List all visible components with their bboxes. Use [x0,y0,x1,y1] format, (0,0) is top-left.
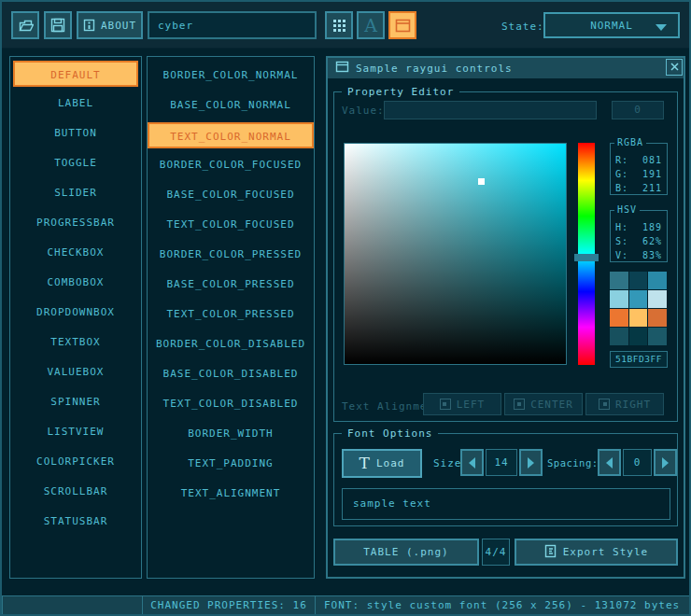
hue-slider-handle[interactable] [574,254,599,261]
export-style-label: Export Style [563,546,648,558]
property-value-input[interactable] [384,101,597,119]
style-color-swatch [610,309,628,327]
g-value: 191 [642,167,662,181]
window-title: Sample raygui controls [356,63,513,75]
window-titlebar[interactable]: Sample raygui controls [328,58,684,78]
save-style-button[interactable] [44,11,72,39]
size-value[interactable]: 14 [486,449,517,476]
list-item-valuebox[interactable]: VALUEBOX [11,359,140,385]
h-label: H: [615,220,628,234]
list-item-slider[interactable]: SLIDER [11,180,140,206]
prop-border-color-normal[interactable]: BORDER_COLOR_NORMAL [148,63,313,89]
s-label: S: [615,234,628,248]
font-options-group: Font Options T Load Size: 14 Spacing: 0 … [333,433,678,526]
list-item-spinner[interactable]: SPINNER [11,389,140,415]
toolbar: ABOUT A State: NORMAL [2,2,689,49]
list-item-default[interactable]: DEFAULT [13,61,138,87]
list-item-progressbar[interactable]: PROGRESSBAR [11,210,140,236]
spacing-decrease-button[interactable] [598,449,621,476]
s-value: 62% [642,234,662,248]
align-right-button[interactable]: RIGHT [585,393,664,415]
export-table-button[interactable]: TABLE (.png) [333,539,479,566]
list-item-textbox[interactable]: TEXTBOX [11,329,140,356]
window-titlebar-icon [335,61,349,76]
list-item-listview[interactable]: LISTVIEW [11,419,140,445]
open-style-button[interactable] [11,11,39,39]
align-left-button[interactable]: LEFT [423,393,501,415]
state-dropdown[interactable]: NORMAL [543,12,680,38]
list-item-dropdownbox[interactable]: DROPDOWNBOX [11,300,140,326]
page-indicator[interactable]: 4/4 [482,539,510,566]
prop-text-color-focused[interactable]: TEXT_COLOR_FOCUSED [148,212,313,238]
chevron-down-icon [656,24,667,31]
hex-color-value[interactable]: 51BFD3FF [610,351,668,368]
size-increase-button[interactable] [519,449,543,476]
prop-border-color-disabled[interactable]: BORDER_COLOR_DISABLED [148,331,313,357]
prop-base-color-normal[interactable]: BASE_COLOR_NORMAL [148,92,313,119]
align-center-button[interactable]: CENTER [504,393,583,415]
style-color-swatch [648,272,667,289]
style-name-input[interactable] [148,11,317,39]
list-item-colorpicker[interactable]: COLORPICKER [11,449,140,475]
list-item-button[interactable]: BUTTON [11,120,140,147]
window-icon [395,19,411,33]
align-center-icon [514,399,525,410]
r-label: R: [615,153,628,167]
hsv-panel-label: HSV [614,204,640,215]
font-load-button[interactable]: T Load [342,449,422,478]
prop-text-alignment[interactable]: TEXT_ALIGNMENT [148,481,313,507]
prop-base-color-disabled[interactable]: BASE_COLOR_DISABLED [148,361,313,387]
list-item-statusbar[interactable]: STATUSBAR [11,509,140,535]
list-item-checkbox[interactable]: CHECKBOX [11,240,140,266]
v-label: V: [615,248,628,262]
size-decrease-button[interactable] [460,449,484,476]
spacing-value[interactable]: 0 [623,449,652,476]
value-zero-button[interactable]: 0 [612,101,664,119]
property-editor-group: Property Editor Value: 0 RGBA R:081 G:19… [333,91,678,422]
prop-text-color-disabled[interactable]: TEXT_COLOR_DISABLED [148,391,313,417]
font-mode-button[interactable]: A [357,11,385,39]
grid-icon [332,19,346,33]
list-item-toggle[interactable]: TOGGLE [11,150,140,176]
list-item-combobox[interactable]: COMBOBOX [11,270,140,296]
window-close-button[interactable] [666,59,683,76]
align-center-label: CENTER [530,399,573,411]
color-picker-marker[interactable] [478,178,485,185]
g-label: G: [615,167,628,181]
status-changed-properties: CHANGED PROPERTIES: 16 [142,595,316,616]
list-item-label[interactable]: LABEL [11,91,140,117]
save-icon [50,18,65,33]
status-segment-empty [2,595,143,616]
hue-slider[interactable] [578,143,595,365]
about-button[interactable]: ABOUT [77,11,143,39]
prop-text-color-normal[interactable]: TEXT_COLOR_NORMAL [148,122,314,148]
r-value: 081 [642,153,662,167]
style-color-swatch [629,328,648,345]
align-right-icon [599,399,610,410]
prop-text-color-pressed[interactable]: TEXT_COLOR_PRESSED [148,301,313,328]
color-picker-panel[interactable] [344,143,567,365]
prop-border-color-focused[interactable]: BORDER_COLOR_FOCUSED [148,152,313,178]
statusbar: CHANGED PROPERTIES: 16 FONT: style custo… [2,595,691,616]
style-color-swatch [610,272,628,289]
b-label: B: [615,181,628,195]
prop-base-color-pressed[interactable]: BASE_COLOR_PRESSED [148,272,313,298]
style-color-swatch [648,309,667,327]
spacing-increase-button[interactable] [654,449,677,476]
list-item-scrollbar[interactable]: SCROLLBAR [11,479,140,505]
triangle-left-icon [606,457,613,469]
prop-base-color-focused[interactable]: BASE_COLOR_FOCUSED [148,182,313,208]
prop-border-width[interactable]: BORDER_WIDTH [148,421,313,447]
info-icon [83,19,95,32]
align-right-label: RIGHT [615,399,651,411]
export-style-button[interactable]: Export Style [515,539,678,566]
font-sample-textbox[interactable]: sample text [342,488,670,520]
sample-controls-window: Sample raygui controls Property Editor V… [326,56,685,579]
style-table-button[interactable] [388,11,416,39]
edit-mode-button[interactable] [325,11,353,39]
style-color-swatch [629,309,648,327]
rgba-panel: RGBA R:081 G:191 B:211 [610,143,668,195]
prop-border-color-pressed[interactable]: BORDER_COLOR_PRESSED [148,242,313,268]
align-left-label: LEFT [457,399,486,411]
prop-text-padding[interactable]: TEXT_PADDING [148,451,313,477]
